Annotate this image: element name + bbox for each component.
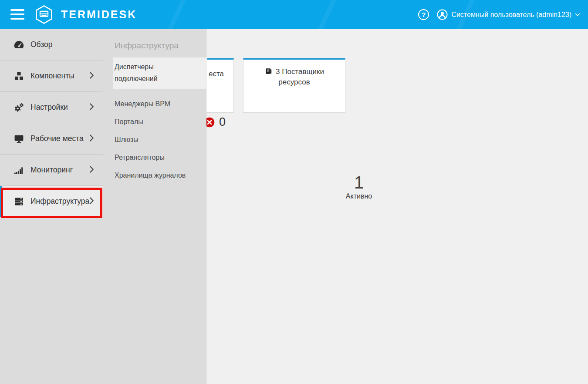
gears-icon bbox=[13, 101, 25, 113]
brand-name: TERMIDESK bbox=[61, 8, 137, 21]
cubes-icon bbox=[13, 70, 25, 82]
submenu-item-vdi-managers[interactable]: Менеджеры ВРМ bbox=[103, 95, 206, 113]
bar-chart-icon bbox=[13, 164, 25, 176]
brand-logo[interactable]: TERMIDESK bbox=[34, 4, 137, 25]
error-counter: 0 bbox=[204, 115, 226, 129]
hamburger-menu-icon[interactable] bbox=[10, 9, 24, 20]
donut-center-value: 1 bbox=[354, 173, 364, 192]
user-avatar-icon bbox=[437, 9, 448, 20]
card-title-fragment: еста bbox=[209, 70, 224, 78]
top-header-bar: TERMIDESK ? Системный пользователь (admi… bbox=[0, 0, 588, 29]
hexagon-logo-icon bbox=[34, 4, 54, 25]
summary-card-resource-providers[interactable]: 3 Поставщики ресурсов bbox=[243, 58, 345, 113]
infrastructure-submenu: Инфраструктура Диспетчеры подключений Ме… bbox=[103, 29, 206, 384]
server-stack-icon bbox=[13, 195, 25, 207]
user-menu[interactable]: Системный пользователь (admin123) bbox=[437, 9, 580, 20]
card-title: 3 Поставщики ресурсов bbox=[243, 65, 345, 88]
chevron-right-icon bbox=[89, 197, 94, 206]
header-actions: ? Системный пользователь (admin123) bbox=[418, 0, 580, 29]
sidebar-item-components[interactable]: Компоненты bbox=[0, 61, 103, 92]
monitor-icon bbox=[13, 133, 25, 145]
chevron-right-icon bbox=[89, 103, 94, 112]
submenu-item-gateways[interactable]: Шлюзы bbox=[103, 131, 206, 148]
sidebar-item-overview[interactable]: Обзор bbox=[0, 29, 103, 61]
chevron-right-icon bbox=[89, 165, 94, 175]
sidebar-item-workplaces[interactable]: Рабочие места bbox=[0, 123, 103, 155]
chevron-down-icon bbox=[575, 13, 580, 17]
chevron-right-icon bbox=[89, 71, 94, 81]
sidebar: Обзор Компоненты Настройки Рабочие места… bbox=[0, 29, 103, 384]
submenu-title: Инфраструктура bbox=[115, 41, 206, 51]
gauge-icon bbox=[13, 39, 25, 51]
chevron-right-icon bbox=[89, 134, 94, 144]
counter-value: 0 bbox=[219, 115, 226, 129]
submenu-item-portals[interactable]: Порталы bbox=[103, 113, 206, 131]
sidebar-item-monitoring[interactable]: Мониторинг bbox=[0, 155, 103, 186]
resource-doc-icon bbox=[264, 67, 273, 77]
submenu-item-relays[interactable]: Ретрансляторы bbox=[103, 149, 206, 166]
submenu-item-log-storages[interactable]: Хранилища журналов bbox=[103, 167, 206, 184]
user-name-label: Системный пользователь (admin123) bbox=[451, 11, 571, 19]
help-icon[interactable]: ? bbox=[418, 9, 429, 20]
sidebar-item-settings[interactable]: Настройки bbox=[0, 92, 103, 123]
connections-donut-chart: 1 Активно bbox=[321, 149, 396, 224]
sidebar-item-infrastructure[interactable]: Инфраструктура bbox=[0, 186, 103, 217]
submenu-item-connection-brokers[interactable]: Диспетчеры подключений bbox=[113, 57, 207, 89]
donut-center-label: Активно bbox=[346, 192, 372, 200]
